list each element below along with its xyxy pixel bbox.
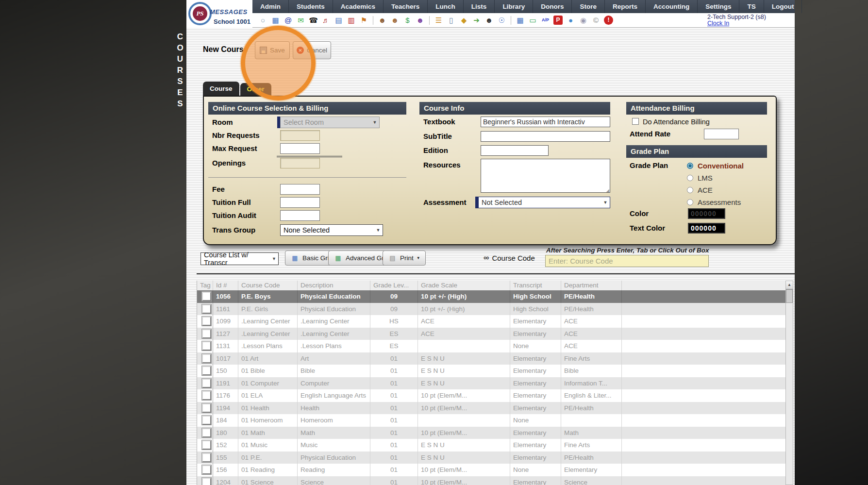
trans-group-select[interactable]: None Selected▼ [280,224,383,236]
max-request-field[interactable] [280,143,320,154]
nav-item-teachers[interactable]: Teachers [384,0,428,13]
assessment-select[interactable]: Not Selected▼ [478,197,610,208]
grid-scrollbar[interactable]: ▲ [785,281,793,485]
nav-item-lists[interactable]: Lists [464,0,495,13]
schedule-icon[interactable]: ▦ [271,16,280,25]
column-header[interactable]: Id # [213,281,238,290]
clock-in-link[interactable]: Clock In [707,20,766,27]
table-row[interactable]: 1099.Learning Center.Learning CenterHSAC… [197,315,786,328]
radio-assessments[interactable] [687,199,693,205]
pdf-icon[interactable]: P [553,16,563,25]
cancel-button[interactable]: ✕ Cancel [293,41,331,59]
room-select[interactable]: Select Room▼ [280,117,380,128]
help-icon[interactable]: © [591,16,601,25]
tuition-audit-field[interactable] [280,210,320,221]
search-icon[interactable]: ○ [258,16,267,25]
server-icon[interactable]: ▯ [447,16,456,25]
clock-icon[interactable]: ☉ [497,16,506,25]
row-tag-checkbox[interactable] [202,304,211,314]
chat-icon[interactable]: ✉ [296,16,305,25]
table-row[interactable]: 15601 ReadingReading0110 pt (Elem/M...No… [197,464,786,477]
table-row[interactable]: 1056P.E. BoysPhysical Education0910 pt +… [197,290,786,303]
resize-grip-icon[interactable]: ◢ [606,188,609,193]
row-tag-checkbox[interactable] [202,329,211,338]
sound-icon[interactable]: ♬ [321,16,331,25]
table-row[interactable]: 117601 ELAEnglish Language Arts0110 pt (… [197,389,786,402]
radio-conventional[interactable] [687,163,693,169]
staff-icon[interactable]: ☻ [484,16,494,25]
column-header[interactable]: Grade Lev... [370,281,418,290]
column-header[interactable]: Grade Scale [418,281,510,290]
table-row[interactable]: 119101 ComputerComputer01E S N UElementa… [197,377,786,390]
table-row[interactable]: 1161P.E. GirlsPhysical Education0910 pt … [197,303,786,316]
table-row[interactable]: 1131.Lesson Plans.Lesson PlansESNoneACE [197,340,786,353]
tuition-full-field[interactable] [280,197,320,208]
nav-item-lunch[interactable]: Lunch [428,0,464,13]
family-icon[interactable]: ☻ [416,16,425,25]
radio-ace[interactable] [687,187,693,193]
row-tag-checkbox[interactable] [202,379,211,388]
person-icon[interactable]: ☻ [390,16,400,25]
nav-item-library[interactable]: Library [495,0,533,13]
table-row[interactable]: 18401 HomeroomHomeroom01None [197,414,786,427]
table-row[interactable]: 15501 P.E.Physical Education01E S N UEle… [197,452,786,465]
email-icon[interactable]: @ [284,16,293,25]
grid-icon[interactable]: ▦ [516,16,525,25]
lunch-icon[interactable]: ☰ [434,16,443,25]
calendar-icon[interactable]: ▤ [334,16,343,25]
row-tag-checkbox[interactable] [202,440,211,450]
resources-field[interactable] [481,159,610,193]
row-tag-checkbox[interactable] [202,465,211,474]
do-attendance-billing-checkbox[interactable] [632,118,639,125]
attend-rate-field[interactable] [704,129,739,139]
nav-item-settings[interactable]: Settings [698,0,739,13]
edition-field[interactable] [481,145,549,156]
web-icon[interactable]: ● [566,16,575,25]
row-tag-checkbox[interactable] [202,453,211,462]
column-header[interactable]: Course Code [238,281,298,290]
view-select[interactable]: Course List w/ Transcr▼ [200,252,279,265]
nav-item-donors[interactable]: Donors [533,0,572,13]
money-icon[interactable]: $ [403,16,412,25]
column-header[interactable]: Department [561,281,622,290]
text-color-field[interactable] [688,223,725,234]
scroll-up-arrow[interactable]: ▲ [786,281,793,289]
course-code-search-input[interactable] [545,255,709,267]
table-row[interactable]: 120401 ScienceScience0110 pt (Elem/M...E… [197,476,786,485]
row-tag-checkbox[interactable] [202,428,211,437]
send-icon[interactable]: ➔ [472,16,481,25]
cd-icon[interactable]: ◉ [579,16,588,25]
card-icon[interactable]: ▭ [528,16,537,25]
column-header[interactable]: Transcript [510,281,561,290]
nav-item-admin[interactable]: Admin [252,0,289,13]
nav-item-store[interactable]: Store [572,0,605,13]
nav-item-reports[interactable]: Reports [605,0,646,13]
print-button[interactable]: ▤ Print ▼ [383,251,426,266]
calendar-red-icon[interactable]: ▥ [347,16,356,25]
tab-course[interactable]: Course [203,82,239,96]
nav-item-students[interactable]: Students [289,0,333,13]
nav-item-academics[interactable]: Academics [333,0,384,13]
fee-field[interactable] [280,184,320,195]
column-header[interactable]: Description [298,281,370,290]
textbook-field[interactable] [481,117,610,127]
column-header[interactable] [622,281,786,290]
bell-icon[interactable]: ◆ [459,16,468,25]
table-row[interactable]: 1127.Learning Center.Learning CenterESAC… [197,328,786,341]
row-tag-checkbox[interactable] [202,354,211,363]
column-header[interactable]: Tag [197,281,213,290]
nav-item-ts[interactable]: TS [739,0,764,13]
megaphone-icon[interactable]: ⚑ [359,16,368,25]
subtitle-field[interactable] [481,131,610,142]
nav-item-logout[interactable]: Logout [764,0,802,13]
row-tag-checkbox[interactable] [202,416,211,425]
person-add-icon[interactable]: ☻ [378,16,387,25]
tab-other[interactable]: Other [240,83,271,96]
ap-icon[interactable]: A/P [541,16,550,25]
alert-icon[interactable]: ! [604,16,613,25]
table-row[interactable]: 18001 MathMath0110 pt (Elem/M...Elementa… [197,427,786,440]
phone-icon[interactable]: ☎ [309,16,318,25]
row-tag-checkbox[interactable] [202,403,211,413]
table-row[interactable]: 119401 HealthHealth0110 pt (Elem/M...Ele… [197,402,786,415]
table-row[interactable]: 15201 MusicMusic01E S N UElementaryFine … [197,439,786,452]
